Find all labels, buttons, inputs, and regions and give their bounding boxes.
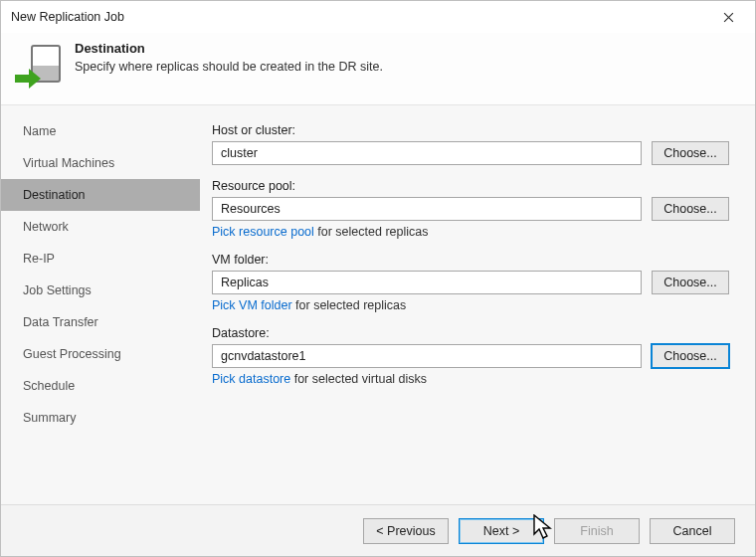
vm-folder-hint: Pick VM folder for selected replicas — [212, 298, 729, 312]
pick-vm-folder-link[interactable]: Pick VM folder — [212, 298, 292, 312]
host-choose-button[interactable]: Choose... — [652, 141, 729, 165]
wizard-steps: Name Virtual Machines Destination Networ… — [1, 105, 200, 504]
sidebar-item-data-transfer[interactable]: Data Transfer — [1, 306, 200, 338]
previous-button[interactable]: < Previous — [363, 518, 449, 544]
destination-icon — [19, 45, 61, 87]
sidebar-item-re-ip[interactable]: Re-IP — [1, 243, 200, 275]
sidebar-item-name[interactable]: Name — [1, 115, 200, 147]
sidebar-item-schedule[interactable]: Schedule — [1, 370, 200, 402]
wizard-content: Host or cluster: Choose... Resource pool… — [200, 105, 755, 504]
datastore-hint: Pick datastore for selected virtual disk… — [212, 372, 729, 386]
vm-folder-label: VM folder: — [212, 253, 729, 267]
step-subtitle: Specify where replicas should be created… — [75, 60, 383, 74]
sidebar-item-destination[interactable]: Destination — [1, 179, 200, 211]
sidebar-item-summary[interactable]: Summary — [1, 402, 200, 434]
datastore-label: Datastore: — [212, 326, 729, 340]
wizard-footer: < Previous Next > Finish Cancel — [1, 504, 755, 556]
sidebar-item-guest-processing[interactable]: Guest Processing — [1, 338, 200, 370]
resource-pool-hint: Pick resource pool for selected replicas — [212, 225, 729, 239]
sidebar-item-network[interactable]: Network — [1, 211, 200, 243]
resource-pool-label: Resource pool: — [212, 179, 729, 193]
host-label: Host or cluster: — [212, 123, 729, 137]
resource-pool-choose-button[interactable]: Choose... — [652, 197, 729, 221]
close-icon — [723, 12, 734, 23]
pick-resource-pool-link[interactable]: Pick resource pool — [212, 225, 314, 239]
vm-folder-choose-button[interactable]: Choose... — [652, 271, 729, 294]
wizard-window: New Replication Job Destination Specify … — [0, 0, 756, 557]
vm-folder-input[interactable] — [212, 271, 642, 294]
step-title: Destination — [75, 41, 383, 56]
resource-pool-input[interactable] — [212, 197, 642, 221]
host-input[interactable] — [212, 141, 642, 165]
datastore-choose-button[interactable]: Choose... — [652, 344, 729, 368]
pick-datastore-link[interactable]: Pick datastore — [212, 372, 290, 386]
close-button[interactable] — [711, 3, 745, 31]
cancel-button[interactable]: Cancel — [650, 518, 735, 544]
next-button[interactable]: Next > — [459, 518, 544, 544]
sidebar-item-job-settings[interactable]: Job Settings — [1, 275, 200, 306]
window-title: New Replication Job — [11, 10, 124, 24]
finish-button: Finish — [554, 518, 640, 544]
wizard-header: Destination Specify where replicas shoul… — [1, 33, 755, 105]
datastore-input[interactable] — [212, 344, 642, 368]
sidebar-item-virtual-machines[interactable]: Virtual Machines — [1, 147, 200, 179]
titlebar: New Replication Job — [1, 1, 755, 33]
